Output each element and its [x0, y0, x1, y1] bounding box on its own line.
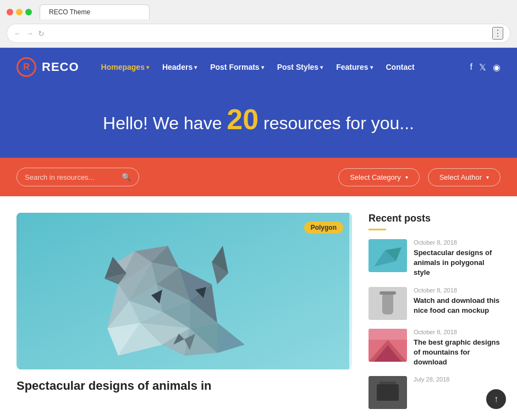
recent-post-thumb-3 [369, 329, 407, 362]
maximize-dot[interactable] [25, 9, 32, 15]
post-badge: Polygon [304, 222, 343, 234]
post-image-wrapper: Polygon [16, 213, 352, 369]
close-dot[interactable] [7, 9, 13, 15]
recent-post-info-1: October 8, 2018 Spectacular designs of a… [414, 239, 501, 278]
site-wrapper: R RECO Homepages ▾ Headers ▾ Post Format… [0, 48, 517, 420]
tab-title: RECO Theme [49, 8, 90, 16]
nav-label-post-formats: Post Formats [210, 63, 259, 71]
hero-text: Hello! We have 20 resources for you... [11, 103, 506, 136]
hero-text-after: resources for you... [258, 113, 414, 133]
logo[interactable]: R RECO [16, 57, 79, 77]
refresh-button[interactable]: ↻ [38, 29, 45, 38]
recent-posts-section: Recent posts October 8, 2018 Spectacular… [369, 213, 501, 409]
select-category-label: Select Category [350, 173, 401, 181]
browser-tab[interactable]: RECO Theme [40, 4, 150, 19]
nav-item-homepages[interactable]: Homepages ▾ [96, 59, 155, 75]
thumb-illustration-4 [369, 376, 407, 409]
svg-rect-45 [377, 384, 399, 401]
recent-post-date-1: October 8, 2018 [414, 239, 501, 246]
search-input[interactable] [25, 173, 117, 181]
browser-dots [7, 9, 32, 15]
scroll-to-top-button[interactable]: ↑ [486, 389, 506, 409]
recent-post-title-2[interactable]: Watch and download this nice food can mo… [414, 296, 501, 316]
thumb-illustration-3 [369, 329, 407, 362]
recent-post-item-1[interactable]: October 8, 2018 Spectacular designs of a… [369, 239, 501, 278]
recent-post-title-1[interactable]: Spectacular designs of animals in polygo… [414, 248, 501, 278]
chevron-down-icon: ▾ [194, 64, 197, 70]
nav-label-contact: Contact [386, 63, 415, 71]
chevron-down-icon: ▾ [261, 64, 264, 70]
recent-post-item-2[interactable]: October 8, 2018 Watch and download this … [369, 287, 501, 320]
svg-rect-46 [380, 382, 396, 384]
sidebar-underline [369, 229, 386, 230]
nav-item-post-styles[interactable]: Post Styles ▾ [272, 59, 328, 75]
recent-posts-title: Recent posts [369, 213, 501, 224]
post-card: Polygon Spectacular designs of animals i… [16, 213, 352, 394]
chevron-down-icon: ▾ [486, 174, 489, 180]
chevron-down-icon: ▾ [405, 174, 408, 180]
search-bar: 🔍 Select Category ▾ Select Author ▾ [0, 158, 517, 196]
filter-buttons: Select Category ▾ Select Author ▾ [338, 168, 501, 186]
thumb-illustration-2 [369, 287, 407, 320]
svg-rect-38 [382, 292, 393, 314]
chevron-down-icon: ▾ [370, 64, 373, 70]
post-title: Spectacular designs of animals in [16, 378, 352, 394]
svg-rect-39 [380, 291, 396, 295]
nav-label-homepages: Homepages [101, 63, 145, 71]
nav-label-features: Features [336, 63, 368, 71]
hero-text-before: Hello! We have [103, 113, 227, 133]
recent-post-item-3[interactable]: October 8, 2018 The best graphic designs… [369, 329, 501, 368]
hero-number: 20 [227, 103, 258, 135]
instagram-icon[interactable]: ◉ [493, 62, 501, 73]
polygon-dog-illustration [16, 213, 352, 369]
nav-label-post-styles: Post Styles [277, 63, 318, 71]
recent-post-date-3: October 8, 2018 [414, 329, 501, 335]
browser-chrome: RECO Theme ← → ↻ ⋮ [0, 0, 517, 48]
nav-item-features[interactable]: Features ▾ [331, 59, 378, 75]
recent-post-thumb-2 [369, 287, 407, 320]
recent-post-title-3[interactable]: The best graphic designs of mountains fo… [414, 338, 501, 368]
main-content: Polygon Spectacular designs of animals i… [0, 196, 517, 420]
recent-post-date-4: July 28, 2018 [414, 376, 501, 383]
arrow-up-icon: ↑ [494, 394, 498, 404]
forward-button[interactable]: → [26, 29, 34, 38]
back-button[interactable]: ← [14, 29, 21, 38]
select-category-button[interactable]: Select Category ▾ [338, 168, 420, 186]
search-input-wrapper[interactable]: 🔍 [16, 168, 139, 186]
browser-menu-button[interactable]: ⋮ [492, 27, 503, 40]
recent-post-thumb-1 [369, 239, 407, 272]
nav-item-contact[interactable]: Contact [381, 59, 420, 75]
posts-section: Polygon Spectacular designs of animals i… [16, 213, 352, 420]
recent-post-info-4: July 28, 2018 [414, 376, 501, 385]
chevron-down-icon: ▾ [146, 64, 149, 70]
recent-post-date-2: October 8, 2018 [414, 287, 501, 294]
logo-icon: R [16, 57, 36, 77]
search-button[interactable]: 🔍 [122, 173, 131, 181]
social-icons: f 𝕏 ◉ [470, 62, 501, 73]
minimize-dot[interactable] [16, 9, 23, 15]
nav-label-headers: Headers [162, 63, 193, 71]
twitter-icon[interactable]: 𝕏 [479, 62, 486, 73]
sidebar: Recent posts October 8, 2018 Spectacular… [369, 213, 501, 420]
svg-rect-43 [369, 329, 407, 340]
site-nav: Homepages ▾ Headers ▾ Post Formats ▾ Pos… [96, 59, 470, 75]
nav-item-post-formats[interactable]: Post Formats ▾ [205, 59, 269, 75]
facebook-icon[interactable]: f [470, 62, 472, 73]
logo-text: RECO [42, 60, 79, 74]
chevron-down-icon: ▾ [320, 64, 323, 70]
address-bar[interactable]: ← → ↻ ⋮ [7, 24, 510, 43]
recent-post-thumb-4 [369, 376, 407, 409]
recent-post-info-2: October 8, 2018 Watch and download this … [414, 287, 501, 316]
site-header: R RECO Homepages ▾ Headers ▾ Post Format… [0, 48, 517, 86]
thumb-illustration-1 [369, 239, 407, 272]
recent-post-item-4[interactable]: July 28, 2018 [369, 376, 501, 409]
browser-titlebar: RECO Theme [7, 4, 510, 19]
nav-item-headers[interactable]: Headers ▾ [157, 59, 202, 75]
select-author-button[interactable]: Select Author ▾ [428, 168, 501, 186]
select-author-label: Select Author [439, 173, 482, 181]
recent-post-info-3: October 8, 2018 The best graphic designs… [414, 329, 501, 368]
post-image [16, 213, 352, 369]
hero-section: Hello! We have 20 resources for you... [0, 86, 517, 158]
